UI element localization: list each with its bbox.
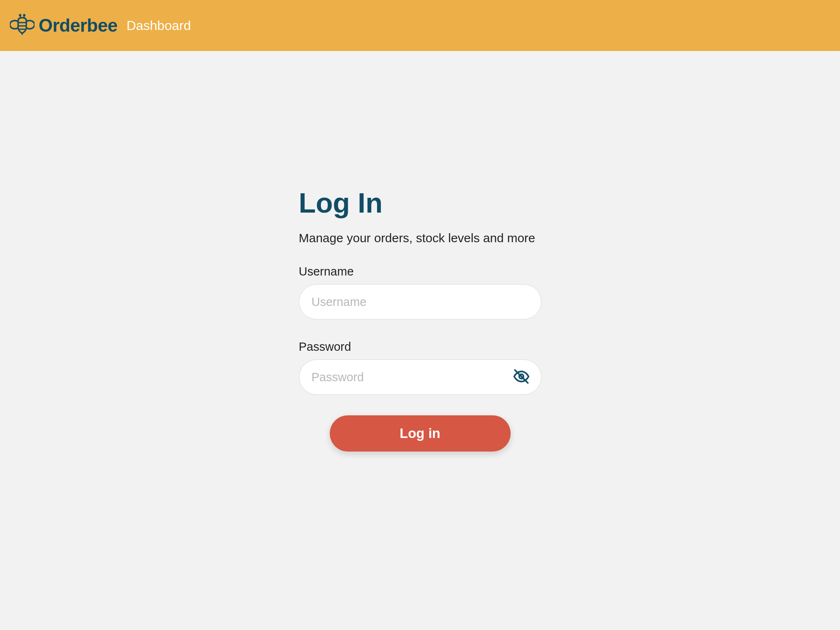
toggle-password-visibility-button[interactable] [513,368,530,387]
password-input[interactable] [299,359,541,395]
eye-off-icon [513,368,530,387]
password-label: Password [299,340,541,354]
password-input-wrapper [299,359,541,395]
username-input[interactable] [299,284,541,320]
password-field-group: Password [299,340,541,395]
brand-name: Orderbee [39,15,118,36]
logo-container: Orderbee Dashboard [10,14,191,37]
header-subtitle: Dashboard [127,18,191,33]
bee-icon [10,14,35,37]
app-header: Orderbee Dashboard [0,0,840,51]
login-button[interactable]: Log in [330,415,511,452]
main-content: Log In Manage your orders, stock levels … [0,51,840,452]
username-label: Username [299,265,541,278]
username-input-wrapper [299,284,541,320]
username-field-group: Username [299,265,541,320]
page-title: Log In [299,187,541,219]
login-form: Log In Manage your orders, stock levels … [299,187,541,452]
page-subtitle: Manage your orders, stock levels and mor… [299,231,541,245]
